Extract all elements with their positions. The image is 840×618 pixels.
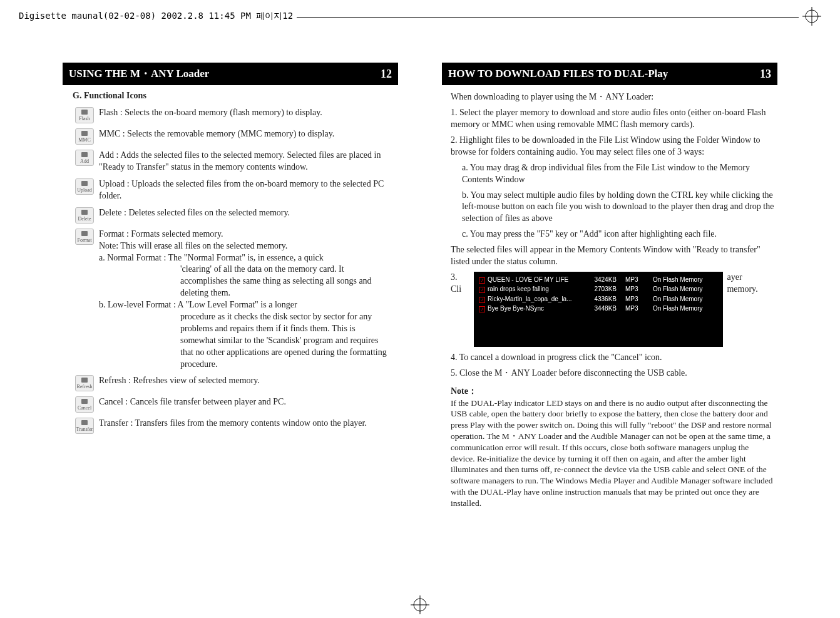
- print-header-label: Digisette maunal(02-02-08) 2002.2.8 11:4…: [19, 11, 293, 22]
- file-type: MP3: [625, 304, 644, 313]
- format-b-body: procedure as it checks the disk sector b…: [99, 311, 392, 370]
- upload-icon: Upload: [75, 178, 94, 195]
- page-right: HOW TO DOWNLOAD FILES TO DUAL-Play 13 Wh…: [442, 63, 777, 509]
- intro-line: When downloading to player using the M・A…: [451, 91, 775, 103]
- page-right-title: HOW TO DOWNLOAD FILES TO DUAL-Play: [448, 67, 668, 81]
- functional-icon-row: Transfer Transfer : Transfers files from…: [64, 416, 392, 434]
- file-size: 3424KB: [588, 276, 617, 284]
- flash-desc: Flash : Selects the on-board memory (fla…: [99, 106, 392, 119]
- refresh-desc: Refresh : Refreshes view of selected mem…: [99, 374, 392, 387]
- registration-mark-icon: [411, 595, 429, 614]
- format-icon: Format: [75, 229, 94, 245]
- memory-contents-screenshot: ♪QUEEN - LOVE OF MY LIFE 3424KB MP3 On F…: [474, 272, 723, 347]
- step-2c: c. You may press the "F5" key or "Add" i…: [451, 229, 775, 240]
- format-a-lead: a. Normal Format : The "Normal Format" i…: [99, 252, 392, 264]
- file-name: Bye Bye Bye-NSync: [488, 305, 544, 312]
- format-note: Note: This will erase all files on the s…: [99, 240, 392, 252]
- functional-icon-row: MMC MMC : Selects the removable memory (…: [64, 127, 392, 145]
- selected-files-para: The selected files will appear in the Me…: [451, 244, 775, 268]
- screenshot-row: ♪rain drops keep falling 2703KB MP3 On F…: [479, 285, 718, 294]
- page-left-title: USING THE M・ANY Loader: [69, 67, 209, 81]
- music-note-icon: ♪: [479, 277, 485, 284]
- delete-icon: Delete: [75, 207, 94, 224]
- music-note-icon: ♪: [479, 287, 485, 293]
- upload-desc: Upload : Uploads the selected files from…: [99, 177, 392, 202]
- page-left-header: USING THE M・ANY Loader 12: [63, 63, 398, 85]
- file-status: On Flash Memory: [653, 285, 718, 294]
- cancel-icon: Cancel: [75, 396, 94, 413]
- cancel-desc: Cancel : Cancels file transfer between p…: [99, 395, 392, 408]
- functional-icon-row: Refresh Refresh : Refreshes view of sele…: [64, 374, 392, 391]
- file-type: MP3: [625, 285, 644, 294]
- print-header: Digisette maunal(02-02-08) 2002.2.8 11:4…: [19, 5, 821, 28]
- screenshot-row: ♪Bye Bye Bye-NSync 3448KB MP3 On Flash M…: [479, 304, 718, 313]
- page-left: USING THE M・ANY Loader 12 G. Functional …: [63, 63, 398, 509]
- functional-icon-row: Format Format : Formats selected memory.…: [64, 227, 392, 371]
- functional-icon-row: Flash Flash : Selects the on-board memor…: [64, 106, 392, 123]
- functional-icon-row: Upload Upload : Uploads the selected fil…: [64, 177, 392, 202]
- page-right-body: When downloading to player using the M・A…: [442, 85, 777, 508]
- step-3-prefix: 3. Cli: [451, 272, 470, 296]
- format-desc: Format : Formats selected memory. Note: …: [99, 227, 392, 371]
- format-line: Format : Formats selected memory.: [99, 229, 392, 240]
- page-right-number: 13: [760, 66, 771, 81]
- transfer-desc: Transfer : Transfers files from the memo…: [99, 416, 392, 430]
- screenshot-row: ♪Ricky-Martin_la_copa_de_la... 4336KB MP…: [479, 295, 718, 304]
- step-5: 5. Close the M・ANY Loader before disconn…: [451, 368, 775, 379]
- format-a-body: 'clearing' of all the data on the memory…: [99, 264, 392, 299]
- file-type: MP3: [625, 295, 644, 304]
- file-status: On Flash Memory: [653, 276, 718, 284]
- registration-mark-icon: [802, 7, 821, 26]
- screenshot-row: ♪QUEEN - LOVE OF MY LIFE 3424KB MP3 On F…: [479, 276, 718, 284]
- file-status: On Flash Memory: [653, 304, 718, 313]
- music-note-icon: ♪: [479, 297, 485, 303]
- file-size: 3448KB: [588, 304, 617, 313]
- step-2a: a. You may drag & drop individual files …: [451, 162, 775, 186]
- note-body: If the DUAL-Play indicator LED stays on …: [451, 398, 775, 509]
- file-type: MP3: [625, 276, 644, 284]
- page-left-number: 12: [381, 66, 392, 81]
- functional-icon-row: Delete Delete : Deletes selected files o…: [64, 206, 392, 224]
- step-3-row: 3. Cli ♪QUEEN - LOVE OF MY LIFE 3424KB M…: [451, 272, 775, 347]
- add-icon: Add: [75, 150, 94, 166]
- note-heading: Note：: [451, 386, 775, 398]
- step-4: 4. To cancel a download in progress clic…: [451, 352, 775, 364]
- refresh-icon: Refresh: [75, 375, 94, 391]
- file-name: rain drops keep falling: [488, 286, 549, 292]
- file-size: 2703KB: [588, 285, 617, 294]
- print-header-rule: [297, 17, 799, 18]
- step-1: 1. Select the player memory to download …: [451, 107, 775, 131]
- step-3-suffix: ayer memory.: [727, 272, 775, 296]
- file-name: QUEEN - LOVE OF MY LIFE: [488, 276, 568, 283]
- transfer-icon: Transfer: [75, 418, 94, 434]
- page-left-body: G. Functional Icons Flash Flash : Select…: [63, 90, 398, 434]
- add-desc: Add : Adds the selected files to the sel…: [99, 148, 392, 173]
- file-size: 4336KB: [588, 295, 617, 304]
- delete-desc: Delete : Deletes selected files on the s…: [99, 206, 392, 219]
- page-right-header: HOW TO DOWNLOAD FILES TO DUAL-Play 13: [442, 63, 777, 85]
- mmc-icon: MMC: [75, 128, 94, 145]
- section-title: G. Functional Icons: [64, 90, 392, 102]
- mmc-desc: MMC : Selects the removable memory (MMC …: [99, 127, 392, 140]
- format-b-lead: b. Low-level Format : A "Low Level Forma…: [99, 299, 392, 311]
- functional-icon-row: Cancel Cancel : Cancels file transfer be…: [64, 395, 392, 413]
- music-note-icon: ♪: [479, 306, 485, 312]
- spread: USING THE M・ANY Loader 12 G. Functional …: [0, 0, 840, 509]
- file-status: On Flash Memory: [653, 295, 718, 304]
- flash-icon: Flash: [75, 107, 94, 123]
- step-2: 2. Highlight files to be downloaded in t…: [451, 135, 775, 158]
- file-name: Ricky-Martin_la_copa_de_la...: [488, 296, 572, 302]
- functional-icon-row: Add Add : Adds the selected files to the…: [64, 148, 392, 173]
- step-2b: b. You may select multiple audio files b…: [451, 190, 775, 225]
